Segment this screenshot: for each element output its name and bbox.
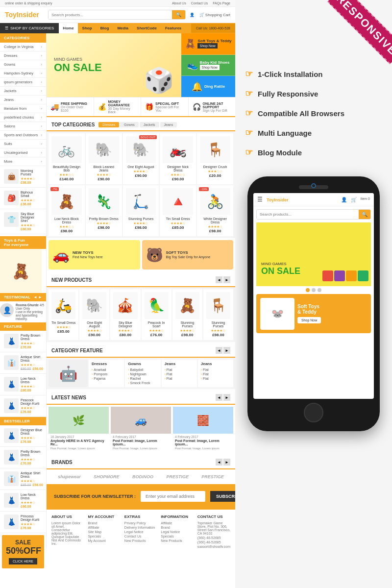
sidebar-cat-suits[interactable]: Suits›: [0, 140, 46, 148]
footer-brand[interactable]: Brand: [88, 521, 119, 525]
phone-menu-icon[interactable]: ☰: [257, 196, 263, 203]
product-card-4[interactable]: 🪑 Designer Crush ★★★☆☆ £20.00: [197, 133, 233, 184]
product-card-5[interactable]: -7% 🧸 Low Neck Block Dress ★★★☆☆ £98.00: [49, 185, 85, 236]
sidebar-cat-hampden[interactable]: Hampden-Sydney›: [0, 69, 46, 78]
sidebar-cat-gowns[interactable]: Gowns›: [0, 60, 46, 69]
sidebar-cat-ipsum[interactable]: ipsum generators›: [0, 78, 46, 87]
hero-side-1[interactable]: 🧸 Soft Toys & Teddy Shop Now: [181, 33, 235, 55]
new-product-5[interactable]: 🪑 Stunning Purses ★★★★☆ £98.00: [203, 289, 233, 340]
news-next-arrow[interactable]: ►: [223, 394, 230, 401]
new-product-3[interactable]: 🦜 Peacock In Scarf ★★★★☆ £76.00: [142, 289, 172, 340]
new-products-arrows[interactable]: ◄ ►: [216, 276, 230, 283]
tab-dresses[interactable]: Dresses: [98, 122, 119, 127]
sidebar-cat-sports[interactable]: Sports and Outdoors›: [0, 131, 46, 140]
prev-arrow[interactable]: ◄: [216, 276, 222, 283]
cat-prev-arrow[interactable]: ◄: [216, 347, 222, 354]
shop-now-btn-2[interactable]: Shop Now: [200, 65, 220, 70]
tab-jackets[interactable]: Jackets: [140, 122, 159, 127]
sidebar-product-1[interactable]: 👜 Morning Purses ★★★★☆ £98.00: [0, 166, 46, 188]
nav-item-features[interactable]: Features: [161, 23, 185, 33]
footer-phone-2[interactable]: (360) 48-52685: [197, 540, 230, 544]
news-card-0[interactable]: 🌿 16 January 2017 Anybody HERE in A NYC …: [49, 407, 109, 452]
brand-2[interactable]: BODINOO: [132, 474, 153, 479]
promo-banner-1[interactable]: 🚗 NEW TOYSFind New Toys here: [49, 240, 140, 270]
cart-icon[interactable]: 🛒 Shopping Cart: [199, 13, 230, 17]
bestseller-1[interactable]: 👗 Designer Blue Dress ★★★★☆ £76.00: [0, 425, 46, 447]
footer-specials[interactable]: Specials: [88, 535, 119, 538]
product-card-7[interactable]: 🛴 Stunning Purses ★★★★☆ £98.00: [123, 185, 159, 236]
account-icon[interactable]: 👤: [190, 13, 195, 17]
about-us-link[interactable]: About Us: [172, 1, 186, 5]
sidebar-feature-3[interactable]: 👗 Low Neck Dress ★★★★☆ £80.00: [0, 374, 46, 395]
new-product-0[interactable]: 🛵 Tin Small Dress ★★★★☆ £85.00: [49, 289, 78, 340]
sidebar-cat-more[interactable]: More›: [0, 157, 46, 166]
new-product-4[interactable]: 🧸 Stunning Purses ★★★★☆ £98.00: [172, 289, 202, 340]
brand-1[interactable]: SHOPMORE: [94, 474, 120, 479]
product-card-8[interactable]: 🔺 Tin Small Dress ★★★★☆ £85.00: [160, 185, 196, 236]
sidebar-feature-1[interactable]: 👗 Pretty Brown Dress ★★★★☆ £70.00: [0, 331, 46, 352]
cat-next-arrow[interactable]: ►: [223, 347, 230, 354]
tab-jeans[interactable]: Jeans: [160, 122, 177, 127]
product-card-6[interactable]: 🦎 Pretty Brown Dress ★★★★☆ £98.00: [86, 185, 122, 236]
sidebar-cat-jackets[interactable]: Jackets›: [0, 87, 46, 96]
brand-3[interactable]: PRESTIGE: [166, 474, 189, 479]
site-logo[interactable]: ToyInsider: [5, 11, 44, 19]
news-arrows[interactable]: ◄ ►: [216, 394, 230, 401]
shop-now-btn-1[interactable]: Shop Now: [197, 43, 217, 49]
subscribe-button[interactable]: SUBSCRIBE: [210, 491, 235, 502]
news-prev-arrow[interactable]: ◄: [216, 394, 222, 401]
bestseller-2[interactable]: 👗 Pretty Brown Dress ★★★★☆ £70.00: [0, 447, 46, 468]
sidebar-cat-literature[interactable]: literature from›: [0, 104, 46, 113]
phone-shop-now-btn[interactable]: Shop Now: [297, 317, 321, 323]
footer-legal[interactable]: Legal Notice: [124, 530, 156, 534]
promo-banner-2[interactable]: 🐻 SOFT TOYSBig Toy Sale Only for Anyone: [142, 240, 234, 270]
product-card-9[interactable]: -19% 🚴 White Designer Dress ★★★★☆ £98.00: [197, 185, 233, 236]
sidebar-product-2[interactable]: 🎒 Biphoux Small ★★★★☆ £36.00: [0, 188, 46, 209]
sidebar-feature-4[interactable]: 👗 Peacock Design Kurti ★★★★☆ £76.00: [0, 395, 46, 417]
tab-gowns[interactable]: Gowns: [120, 122, 139, 127]
next-arrow[interactable]: ►: [223, 276, 230, 283]
news-card-2[interactable]: 🧱 4 February 2017 Post Format: Image, Lo…: [173, 407, 233, 452]
sidebar-cat-predefined[interactable]: predefined chunks›: [0, 113, 46, 122]
bestseller-5[interactable]: 👗 Princess Design Kurti ★★★★☆ £76.00: [0, 512, 46, 533]
newsletter-input[interactable]: [141, 491, 205, 502]
product-card-0[interactable]: 🚲 Beautifully Design Bob ★★★☆☆ £140.00: [49, 133, 85, 184]
bestseller-4[interactable]: 👗 Low Neck Dress ★★★★☆ £86.00: [0, 490, 46, 512]
nav-item-blog[interactable]: Blog: [97, 23, 113, 33]
footer-info-0[interactable]: Affiliate: [161, 521, 192, 525]
nav-item-shop[interactable]: Shop: [78, 23, 96, 33]
phone-cart-icon[interactable]: 🛒: [351, 197, 357, 202]
sidebar-cat-uncategorised[interactable]: Uncategorised›: [0, 148, 46, 157]
sidebar-product-3[interactable]: 👕 Sky Blue Designer Shirt ★★★★☆ £80.00: [0, 209, 46, 234]
sidebar-cat-college[interactable]: College in Virginia›: [0, 43, 46, 51]
bestseller-3[interactable]: 👔 Antique Shirt Dress ★★★★☆ £85.00£98.00: [0, 468, 46, 490]
news-card-1[interactable]: 🚙 4 February 2017 Post Format: Image, Lo…: [111, 407, 171, 452]
footer-info-1[interactable]: Brand: [161, 526, 192, 529]
footer-info-3[interactable]: Specials: [161, 535, 192, 538]
footer-privacy[interactable]: Privacy Policy: [124, 521, 156, 525]
phone-home-button[interactable]: [304, 403, 323, 422]
footer-newproducts[interactable]: New Products: [124, 539, 156, 542]
nav-item-home[interactable]: Home: [59, 23, 77, 33]
contact-us-link[interactable]: Contact Us: [191, 1, 208, 5]
nav-item-shortcode[interactable]: ShortCode: [133, 23, 161, 33]
hero-side-2[interactable]: 👟 Baby Kid Shoes Shop Now: [181, 55, 235, 76]
search-bar[interactable]: 🔍: [48, 10, 186, 20]
footer-myaccount[interactable]: My Account: [88, 539, 119, 542]
sidebar-cat-dresses[interactable]: Dresses›: [0, 51, 46, 60]
footer-phone-1[interactable]: (360) 48-52685: [197, 536, 230, 539]
nav-item-media[interactable]: Media: [113, 23, 132, 33]
footer-sitemap[interactable]: Site Map: [88, 530, 119, 534]
product-card-2[interactable]: SOLD OUT 🐘 One Eight August ★★★★☆ £90.00: [123, 133, 159, 184]
new-product-2[interactable]: 🎪 Sky Blue Designer ★★★★☆ £80.00: [110, 289, 140, 340]
product-card-1[interactable]: 🐘 Block Leaned Jeans ★★★★☆ £90.00: [86, 133, 122, 184]
brand-4[interactable]: PRESTIGE: [201, 474, 224, 479]
new-product-1[interactable]: 🐘 One Eight August ★★★★☆ £90.00: [79, 289, 109, 340]
brands-next-arrow[interactable]: ►: [223, 459, 230, 466]
footer-affiliate[interactable]: Affiliate: [88, 526, 119, 529]
categories-menu[interactable]: ☰ SHOP BY CATEGORIES: [0, 23, 59, 33]
phone-search-bar[interactable]: 🔍: [256, 209, 371, 220]
brand-0[interactable]: shapewear: [58, 474, 81, 479]
testimonial-arrows[interactable]: ◄ ►: [33, 295, 42, 299]
footer-info-2[interactable]: Legal Notice: [161, 530, 192, 534]
